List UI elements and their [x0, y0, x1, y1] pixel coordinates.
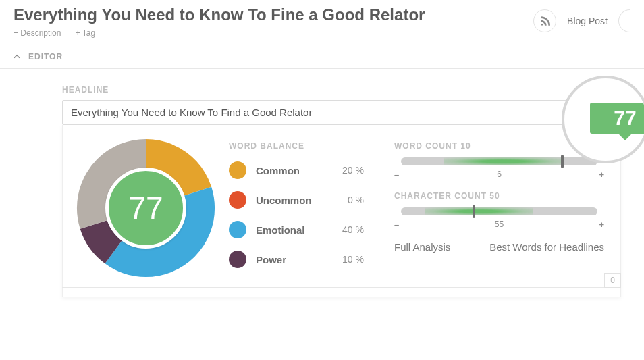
headline-score: 77 — [105, 168, 186, 249]
legend-swatch — [229, 251, 246, 268]
headline-label: HEADLINE — [62, 85, 644, 95]
legend-swatch — [229, 191, 246, 209]
rss-button[interactable] — [533, 9, 556, 32]
post-type-label: Blog Post — [567, 16, 608, 26]
best-words-link[interactable]: Best Words for Headlines — [489, 241, 604, 253]
analysis-links: Full Analysis Best Words for Headlines — [394, 241, 604, 253]
plus-icon: + — [599, 170, 604, 180]
character-count-tick: 55 — [495, 220, 504, 229]
legend-row: Emotional40 % — [229, 221, 364, 238]
word-balance-column: WORD BALANCE Common20 %Uncommon0 %Emotio… — [229, 137, 364, 280]
vertical-divider — [379, 141, 379, 276]
analysis-card: 77 WORD BALANCE Common20 %Uncommon0 %Emo… — [62, 125, 621, 297]
legend-pct: 0 % — [336, 195, 364, 205]
character-count-block: CHARACTER COUNT 50 – 55 + — [394, 191, 604, 225]
score-badge: 77 — [590, 103, 644, 134]
word-balance-donut: 77 — [75, 137, 217, 279]
character-count-slider[interactable]: – 55 + — [394, 205, 604, 225]
score-magnifier: 77 — [562, 76, 644, 163]
legend-row: Power10 % — [229, 251, 364, 268]
headline-input[interactable] — [62, 100, 621, 125]
legend-name: Emotional — [256, 224, 336, 236]
word-balance-heading: WORD BALANCE — [229, 141, 364, 151]
word-counter-box: 0 — [604, 273, 621, 288]
word-count-slider[interactable]: – 6 + — [394, 155, 604, 175]
legend-pct: 40 % — [336, 224, 364, 235]
editor-label: EDITOR — [28, 52, 63, 61]
legend-pct: 10 % — [336, 254, 364, 265]
header-right: Blog Post — [533, 9, 630, 32]
character-count-heading: CHARACTER COUNT 50 — [394, 191, 604, 201]
minus-icon: – — [394, 220, 399, 230]
full-analysis-link[interactable]: Full Analysis — [394, 241, 450, 253]
counts-column: WORD COUNT 10 – 6 + CHARACTER COUNT 50 –… — [394, 137, 604, 280]
add-description-link[interactable]: + Description — [14, 28, 61, 38]
legend-row: Common20 % — [229, 161, 364, 179]
legend-swatch — [229, 161, 246, 179]
legend-row: Uncommon0 % — [229, 191, 364, 209]
minus-icon: – — [394, 170, 399, 180]
word-count-tick: 6 — [497, 170, 502, 179]
rss-icon — [539, 16, 550, 26]
add-tag-link[interactable]: + Tag — [76, 28, 95, 38]
legend-name: Uncommon — [256, 195, 336, 206]
plus-icon: + — [599, 220, 604, 230]
legend-pct: 20 % — [336, 165, 364, 176]
editor-content: HEADLINE 77 WORD BALANCE Common20 %Uncom… — [0, 69, 644, 297]
page-header: Everything You Need to Know To Fine a Go… — [0, 0, 644, 45]
legend-name: Common — [256, 165, 336, 176]
bottom-rule — [62, 287, 621, 288]
legend-name: Power — [256, 254, 336, 265]
chevron-up-icon — [12, 52, 22, 61]
legend-swatch — [229, 221, 246, 238]
header-extra-button[interactable] — [618, 9, 630, 32]
editor-collapse-bar[interactable]: EDITOR — [0, 45, 644, 69]
